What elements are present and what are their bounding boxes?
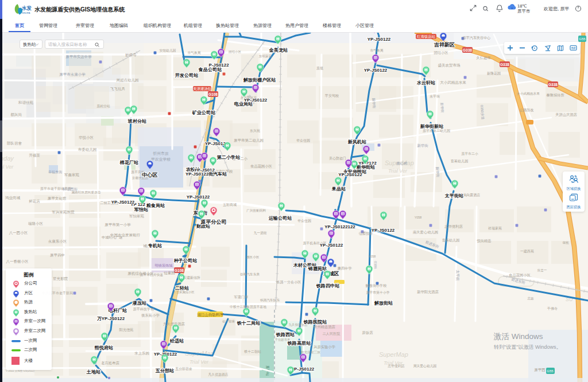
svg-text:兴原实验小学: 兴原实验小学 — [314, 345, 335, 349]
svg-text:土地站: 土地站 — [86, 369, 100, 375]
svg-text:志远: 志远 — [528, 297, 535, 300]
svg-text:原平科技学校: 原平科技学校 — [133, 307, 154, 311]
svg-text:Y058: Y058 — [415, 216, 421, 219]
svg-text:忻州精选酒店: 忻州精选酒店 — [313, 325, 335, 329]
svg-text:军需门市: 军需门市 — [234, 295, 248, 299]
svg-text:五分部站: 五分部站 — [155, 368, 174, 373]
svg-text:G338: G338 — [500, 63, 509, 67]
svg-text:瑞隆小区: 瑞隆小区 — [28, 221, 44, 225]
svg-text:化一宿舍: 化一宿舍 — [222, 319, 235, 323]
svg-text:平安驾校: 平安驾校 — [324, 93, 339, 98]
svg-text:太平街站: 太平街站 — [445, 193, 463, 198]
svg-text:YP-JS0122: YP-JS0122 — [338, 172, 362, 177]
svg-text:平农业学校: 平农业学校 — [151, 157, 171, 162]
svg-text:水上乐园: 水上乐园 — [134, 351, 149, 355]
svg-text:应是一: 应是一 — [537, 268, 547, 272]
svg-text:星光影院: 星光影院 — [53, 276, 68, 281]
svg-text:湄江山自助料理: 湄江山自助料理 — [197, 313, 224, 317]
svg-text:廉四中学: 廉四中学 — [337, 266, 352, 271]
svg-text:铁路西站: 铁路西站 — [276, 332, 295, 337]
svg-text:原村分站: 原村分站 — [96, 104, 110, 108]
svg-text:欢迎您, 原平: 欢迎您, 原平 — [543, 6, 569, 11]
svg-text:解放街站: 解放街站 — [374, 301, 393, 306]
svg-text:五分部宿舍: 五分部宿舍 — [175, 367, 192, 371]
svg-text:原平文化馆: 原平文化馆 — [48, 196, 67, 201]
svg-text:军鑫家苑: 军鑫家苑 — [64, 173, 80, 177]
svg-text:新华街: 新华街 — [417, 143, 428, 148]
svg-text:水云轩站: 水云轩站 — [416, 80, 435, 85]
svg-text:悦街精选: 悦街精选 — [476, 239, 491, 243]
svg-text:和谐佳苑: 和谐佳苑 — [18, 100, 34, 105]
svg-text:原平分公司: 原平分公司 — [200, 219, 227, 225]
svg-text:果品站: 果品站 — [331, 186, 346, 192]
svg-text:衡东苑小学: 衡东苑小学 — [141, 313, 160, 318]
svg-text:溪区小区: 溪区小区 — [246, 255, 260, 259]
svg-text:G108: G108 — [208, 92, 218, 96]
svg-text:原平市西片快递: 原平市西片快递 — [140, 273, 163, 277]
svg-text:原平西: 原平西 — [534, 368, 546, 372]
svg-text:原平汽车美容中心: 原平汽车美容中心 — [463, 36, 491, 40]
svg-text:东明家苑: 东明家苑 — [258, 54, 272, 59]
svg-text:红海饭店站: 红海饭店站 — [417, 34, 436, 39]
svg-text:原平市第二幼儿园: 原平市第二幼儿园 — [423, 128, 450, 133]
svg-text:铁路一分会小区: 铁路一分会小区 — [276, 280, 301, 284]
svg-text:原平市: 原平市 — [517, 9, 531, 14]
svg-text:忻州市原: 忻州市原 — [152, 151, 168, 155]
svg-text:原平市第二幼儿园: 原平市第二幼儿园 — [234, 138, 264, 143]
svg-text:周关爱心幼儿园: 周关爱心幼儿园 — [413, 364, 437, 368]
svg-text:解放街小学校: 解放街小学校 — [365, 283, 387, 288]
svg-text:二人民医院: 二人民医院 — [323, 332, 340, 336]
svg-text:安馆幼儿园: 安馆幼儿园 — [160, 49, 176, 53]
svg-text:开发公司站: 开发公司站 — [175, 73, 198, 78]
svg-text:凡久优选酒店: 凡久优选酒店 — [208, 373, 229, 377]
svg-text:飞飞玩具: 飞飞玩具 — [110, 87, 126, 91]
svg-text:新风机站: 新风机站 — [347, 139, 366, 145]
svg-text:食品花园小区: 食品花园小区 — [250, 164, 272, 169]
svg-text:原平市第一小学: 原平市第一小学 — [105, 223, 131, 227]
svg-text:广兴营豹饲料: 广兴营豹饲料 — [246, 209, 266, 213]
svg-text:万YP-JS0122: 万YP-JS0122 — [96, 316, 125, 321]
svg-text:铁路医院站: 铁路医院站 — [303, 319, 327, 325]
svg-text:中城时代广场: 中城时代广场 — [102, 236, 122, 240]
svg-text:YP-JS0122: YP-JS0122 — [372, 228, 395, 233]
svg-text:原平市永康小学: 原平市永康小学 — [59, 72, 86, 77]
svg-text:华众佳园: 华众佳园 — [297, 219, 311, 223]
svg-text:中心区: 中心区 — [142, 171, 158, 178]
svg-text:SuperMap: SuperMap — [379, 351, 408, 358]
svg-text:仙童园: 仙童园 — [164, 271, 175, 275]
svg-text:八一香榭小区: 八一香榭小区 — [6, 259, 29, 264]
svg-text:泰隆招待所: 泰隆招待所 — [546, 93, 564, 98]
svg-text:团结小区: 团结小区 — [434, 50, 448, 55]
svg-text:公路段改: 公路段改 — [519, 108, 533, 112]
svg-text:八一西小区: 八一西小区 — [9, 231, 28, 235]
svg-text:金美龙站: 金美龙站 — [269, 47, 288, 53]
svg-text:YP-JS0122: YP-JS0122 — [364, 68, 388, 73]
svg-text:华众佳园: 华众佳园 — [296, 139, 310, 143]
svg-text:食品公司站: 食品公司站 — [198, 67, 222, 72]
svg-text:水发: 水发 — [21, 5, 32, 11]
svg-text:大小武精品水果: 大小武精品水果 — [440, 80, 466, 85]
svg-text:YP-JS0122122: YP-JS0122122 — [324, 224, 355, 229]
svg-text:美心防盗门: 美心防盗门 — [329, 156, 346, 161]
svg-text:永康东小区: 永康东小区 — [48, 239, 67, 244]
svg-text:吉祥新区: 吉祥新区 — [434, 42, 455, 48]
svg-text:五彩商城: 五彩商城 — [223, 202, 237, 206]
svg-text:原平市二小: 原平市二小 — [462, 151, 478, 155]
svg-text:YP-JS0122: YP-JS0122 — [291, 367, 315, 372]
svg-text:市委幼儿园: 市委幼儿园 — [78, 147, 97, 152]
svg-text:华苑: 华苑 — [563, 241, 570, 245]
svg-text:久仁超市: 久仁超市 — [476, 56, 490, 60]
svg-text:千佛寺: 千佛寺 — [547, 306, 558, 310]
svg-text:明铁装饰城: 明铁装饰城 — [155, 263, 173, 267]
svg-text:原平市实达中学: 原平市实达中学 — [65, 54, 92, 59]
svg-text:铁路高层站: 铁路高层站 — [287, 340, 311, 346]
svg-text:大小武精品水果: 大小武精品水果 — [517, 92, 540, 96]
svg-text:太平街: 太平街 — [455, 270, 460, 281]
svg-text:安建新综所: 安建新综所 — [183, 275, 200, 280]
svg-text:解放街棚户区站: 解放街棚户区站 — [243, 77, 276, 83]
svg-text:G55: G55 — [579, 37, 586, 41]
svg-text:运输公司站: 运输公司站 — [268, 216, 292, 221]
svg-text:种子公司站: 种子公司站 — [173, 258, 197, 263]
svg-text:部队宿舍: 部队宿舍 — [6, 141, 22, 146]
svg-text:团结小区: 团结小区 — [229, 50, 242, 54]
